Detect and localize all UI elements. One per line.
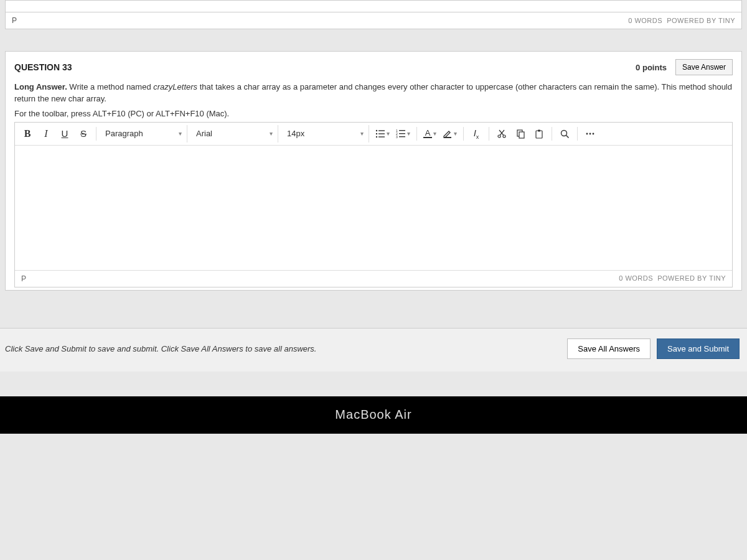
word-count-powered: 0 WORDS POWERED BY TINY <box>619 274 726 283</box>
separator <box>463 127 464 141</box>
svg-line-22 <box>566 135 569 138</box>
svg-rect-11 <box>399 136 405 137</box>
chevron-down-icon: ▾ <box>433 130 436 137</box>
svg-rect-1 <box>378 130 385 131</box>
save-and-submit-button[interactable]: Save and Submit <box>657 338 740 359</box>
footer-buttons: Save All Answers Save and Submit <box>567 338 740 359</box>
separator <box>489 127 489 141</box>
find-replace-button[interactable] <box>556 125 573 142</box>
question-prompt: Long Answer. Write a method named crazyL… <box>14 82 733 105</box>
highlight-button[interactable]: ▾ <box>440 125 459 142</box>
save-all-answers-button[interactable]: Save All Answers <box>567 338 651 359</box>
svg-rect-12 <box>444 137 451 138</box>
font-select[interactable]: Arial▾ <box>191 125 278 142</box>
cut-button[interactable] <box>493 125 510 142</box>
chevron-down-icon: ▾ <box>407 130 410 137</box>
bullet-list-button[interactable]: ▾ <box>373 125 392 142</box>
svg-rect-5 <box>378 136 385 137</box>
svg-rect-3 <box>378 133 385 134</box>
svg-point-4 <box>376 136 377 137</box>
svg-rect-18 <box>519 132 524 138</box>
previous-editor-body[interactable] <box>5 0 742 12</box>
svg-point-23 <box>586 133 588 134</box>
previous-editor-statusbar: P 0 WORDS POWERED BY TINY <box>5 12 742 29</box>
svg-point-25 <box>593 133 594 134</box>
editor-statusbar: P 0 WORDS POWERED BY TINY <box>15 270 732 287</box>
format-select[interactable]: Paragraph▾ <box>100 125 187 142</box>
numbered-list-button[interactable]: 123 ▾ <box>393 125 413 142</box>
chevron-down-icon: ▾ <box>454 130 457 137</box>
save-answer-button[interactable]: Save Answer <box>675 59 733 75</box>
separator <box>577 127 578 141</box>
fontsize-select[interactable]: 14px▾ <box>282 125 369 142</box>
element-path[interactable]: P <box>12 16 17 25</box>
clear-formatting-button[interactable]: Ix <box>467 125 485 142</box>
paste-button[interactable] <box>530 125 548 142</box>
chevron-down-icon: ▾ <box>179 130 182 137</box>
question-block: QUESTION 33 0 points Save Answer Long An… <box>5 51 742 291</box>
separator <box>96 127 96 141</box>
copy-button[interactable] <box>512 125 529 142</box>
question-header: QUESTION 33 0 points Save Answer <box>14 59 733 75</box>
toolbar-hint: For the toolbar, press ALT+F10 (PC) or A… <box>14 109 733 118</box>
separator <box>552 127 552 141</box>
rte-toolbar: B I U S Paragraph▾ Arial▾ 14px▾ ▾ 123 ▾ <box>15 123 732 146</box>
chevron-down-icon: ▾ <box>387 130 390 137</box>
element-path[interactable]: P <box>21 274 26 283</box>
svg-text:3: 3 <box>396 135 398 139</box>
italic-button[interactable]: I <box>37 125 55 142</box>
laptop-bezel: MacBook Air <box>0 396 747 434</box>
svg-rect-7 <box>399 130 405 131</box>
separator <box>416 127 417 141</box>
svg-rect-19 <box>536 131 542 138</box>
more-button[interactable] <box>581 125 599 142</box>
page-footer: Click Save and Submit to save and submit… <box>0 328 747 371</box>
word-count-powered: 0 WORDS POWERED BY TINY <box>628 17 735 24</box>
points-label: 0 points <box>636 63 667 72</box>
question-meta: 0 points Save Answer <box>636 59 733 75</box>
footer-hint: Click Save and Submit to save and submit… <box>5 344 316 353</box>
editor-content-area[interactable] <box>15 146 732 270</box>
svg-point-24 <box>590 133 591 134</box>
question-title: QUESTION 33 <box>14 62 72 72</box>
chevron-down-icon: ▾ <box>270 130 273 137</box>
svg-point-0 <box>376 129 377 131</box>
svg-rect-20 <box>538 129 540 131</box>
bold-button[interactable]: B <box>19 125 36 142</box>
svg-point-2 <box>376 133 377 134</box>
rich-text-editor: B I U S Paragraph▾ Arial▾ 14px▾ ▾ 123 ▾ <box>14 122 733 287</box>
chevron-down-icon: ▾ <box>360 130 364 137</box>
svg-point-21 <box>561 130 567 136</box>
laptop-brand: MacBook Air <box>335 408 411 422</box>
svg-line-16 <box>499 130 504 136</box>
underline-button[interactable]: U <box>56 125 73 142</box>
strikethrough-button[interactable]: S <box>75 125 92 142</box>
text-color-button[interactable]: A ▾ <box>421 125 439 142</box>
svg-rect-9 <box>399 133 405 134</box>
svg-line-15 <box>500 130 504 136</box>
